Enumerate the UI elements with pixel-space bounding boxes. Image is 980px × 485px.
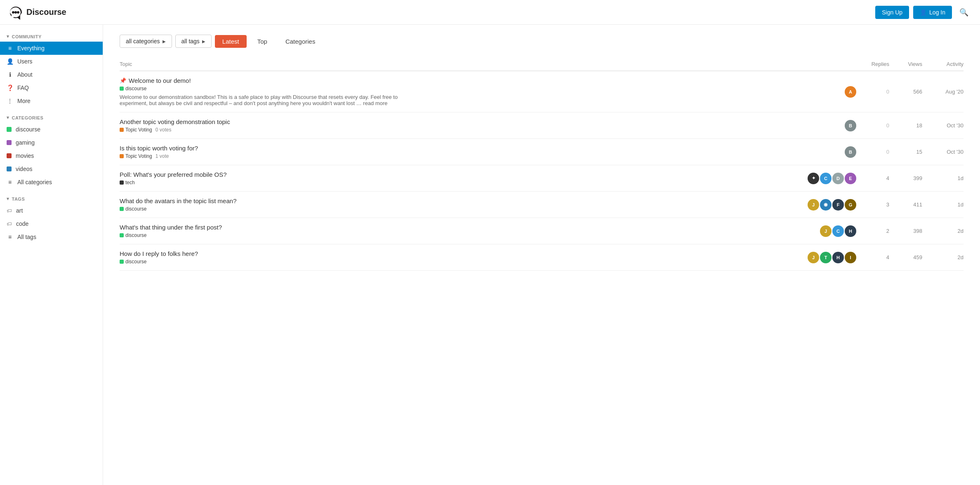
avatar: H xyxy=(845,225,856,237)
community-section-header[interactable]: ▾ COMMUNITY xyxy=(0,31,103,42)
topic-views: 399 xyxy=(889,175,922,181)
sidebar: ▾ COMMUNITY ≡ Everything 👤 Users ℹ About… xyxy=(0,25,103,485)
topic-title: How do I reply to folks here? xyxy=(120,250,811,257)
svg-point-3 xyxy=(17,11,19,14)
avatar: A xyxy=(845,86,856,98)
signup-button[interactable]: Sign Up xyxy=(875,6,909,19)
avatar: J xyxy=(808,199,819,211)
avatar: D xyxy=(832,173,844,184)
all-categories-icon: ≡ xyxy=(7,179,13,185)
sidebar-item-art[interactable]: 🏷 art xyxy=(0,204,103,217)
topic-posters: ✦CDE xyxy=(811,173,856,184)
topic-activity: Aug '20 xyxy=(922,89,964,95)
table-row[interactable]: What do the avatars in the topic list me… xyxy=(120,192,964,218)
category-badge: discourse xyxy=(120,86,146,91)
topic-title: What do the avatars in the topic list me… xyxy=(120,197,811,204)
category-badge: discourse xyxy=(120,259,146,265)
col-header-replies: Replies xyxy=(856,61,889,67)
category-dot xyxy=(120,128,124,132)
sidebar-item-code[interactable]: 🏷 code xyxy=(0,217,103,230)
col-header-topic: Topic xyxy=(120,61,811,67)
topic-views: 566 xyxy=(889,89,922,95)
avatar: ✦ xyxy=(808,173,819,184)
col-header-activity: Activity xyxy=(922,61,964,67)
topic-posters: A xyxy=(811,86,856,98)
table-row[interactable]: Is this topic worth voting for?Topic Vot… xyxy=(120,139,964,165)
avatar: C xyxy=(832,225,844,237)
topic-activity: Oct '30 xyxy=(922,149,964,155)
login-button[interactable]: 👤 Log In xyxy=(913,6,952,19)
category-badge: Topic Voting xyxy=(120,153,152,159)
category-dot xyxy=(120,180,124,185)
categories-section-header[interactable]: ▾ CATEGORIES xyxy=(0,112,103,123)
sidebar-item-gaming[interactable]: gaming xyxy=(0,136,103,149)
topic-title-area: Is this topic worth voting for?Topic Vot… xyxy=(120,145,811,159)
everything-icon: ≡ xyxy=(7,45,13,52)
tab-latest[interactable]: Latest xyxy=(215,35,247,48)
logo[interactable]: Discourse xyxy=(8,5,66,20)
sidebar-item-everything[interactable]: ≡ Everything xyxy=(0,42,103,55)
page-layout: ▾ COMMUNITY ≡ Everything 👤 Users ℹ About… xyxy=(0,25,980,485)
tags-section-header[interactable]: ▾ TAGS xyxy=(0,194,103,204)
topic-title: Is this topic worth voting for? xyxy=(120,145,811,152)
category-dot xyxy=(120,87,124,91)
chevron-down-icon-2: ▾ xyxy=(7,115,9,120)
topic-posters: J◉FG xyxy=(811,199,856,211)
tags-dropdown[interactable]: all tags ▶ xyxy=(175,35,212,48)
avatar: H xyxy=(832,252,844,263)
search-button[interactable]: 🔍 xyxy=(956,6,972,19)
tags-dropdown-arrow: ▶ xyxy=(202,39,205,44)
sidebar-item-more[interactable]: ⋮ More xyxy=(0,94,103,108)
topic-views: 398 xyxy=(889,228,922,234)
topic-meta: tech xyxy=(120,180,811,185)
category-badge: tech xyxy=(120,180,135,185)
logo-text: Discourse xyxy=(26,7,66,17)
movies-color-dot xyxy=(7,153,12,158)
col-header-views: Views xyxy=(889,61,922,67)
topic-replies: 4 xyxy=(856,254,889,260)
header: Discourse Sign Up 👤 Log In 🔍 xyxy=(0,0,980,25)
sidebar-item-all-categories[interactable]: ≡ All categories xyxy=(0,176,103,189)
sidebar-item-faq[interactable]: ❓ FAQ xyxy=(0,81,103,94)
sidebar-item-about[interactable]: ℹ About xyxy=(0,68,103,81)
sidebar-item-videos[interactable]: videos xyxy=(0,162,103,176)
sidebar-item-discourse[interactable]: discourse xyxy=(0,123,103,136)
topic-activity: Oct '30 xyxy=(922,122,964,129)
table-row[interactable]: What's that thing under the first post?d… xyxy=(120,218,964,244)
topic-posters: B xyxy=(811,120,856,131)
topic-activity: 2d xyxy=(922,228,964,234)
topic-title-area: 📌Welcome to our demo!discourseWelcome to… xyxy=(120,77,811,106)
topic-title-area: Another topic voting demonstration topic… xyxy=(120,118,811,133)
topic-title-area: What's that thing under the first post?d… xyxy=(120,224,811,238)
table-row[interactable]: 📌Welcome to our demo!discourseWelcome to… xyxy=(120,71,964,112)
topic-title: Another topic voting demonstration topic xyxy=(120,118,811,125)
table-row[interactable]: Another topic voting demonstration topic… xyxy=(120,112,964,139)
categories-dropdown[interactable]: all categories ▶ xyxy=(120,35,172,48)
tab-top[interactable]: Top xyxy=(250,35,275,48)
topic-posters: B xyxy=(811,146,856,158)
categories-dropdown-arrow: ▶ xyxy=(163,39,166,44)
all-tags-icon: ≡ xyxy=(7,234,13,240)
search-icon: 🔍 xyxy=(959,8,968,16)
topic-views: 18 xyxy=(889,122,922,129)
category-dot xyxy=(120,207,124,211)
user-icon: 👤 xyxy=(920,9,927,16)
topic-meta: discourse xyxy=(120,206,811,212)
topic-activity: 1d xyxy=(922,201,964,208)
avatar: B xyxy=(845,120,856,131)
topic-meta: discourse xyxy=(120,259,811,265)
about-icon: ℹ xyxy=(7,71,13,78)
sidebar-item-all-tags[interactable]: ≡ All tags xyxy=(0,230,103,244)
chevron-down-icon: ▾ xyxy=(7,34,9,39)
filter-bar: all categories ▶ all tags ▶ Latest Top C… xyxy=(120,35,964,48)
table-row[interactable]: Poll: What's your preferred mobile OS?te… xyxy=(120,165,964,192)
sidebar-item-movies[interactable]: movies xyxy=(0,149,103,162)
tab-categories[interactable]: Categories xyxy=(278,35,323,48)
videos-color-dot xyxy=(7,166,12,171)
topic-meta: discourse xyxy=(120,86,811,91)
table-row[interactable]: How do I reply to folks here?discourseJT… xyxy=(120,244,964,271)
more-icon: ⋮ xyxy=(7,98,13,104)
avatar: C xyxy=(820,173,832,184)
main-content: all categories ▶ all tags ▶ Latest Top C… xyxy=(103,25,980,485)
sidebar-item-users[interactable]: 👤 Users xyxy=(0,55,103,68)
